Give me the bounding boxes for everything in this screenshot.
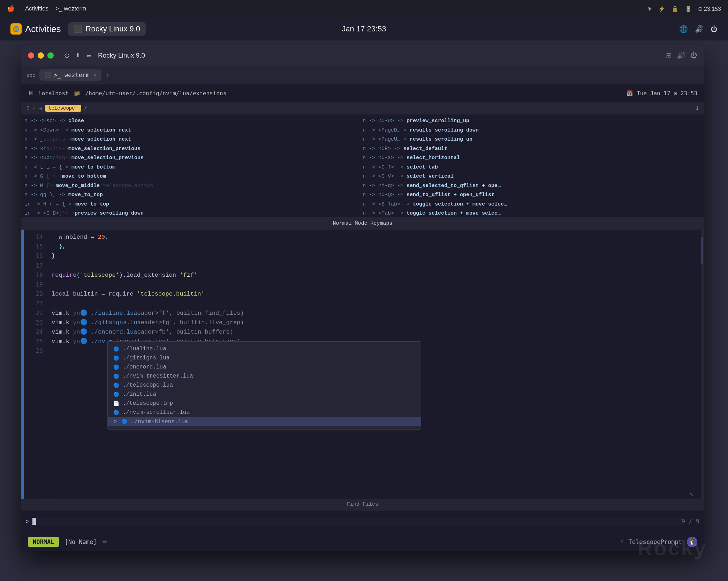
ac-text-telescope-tmp: ./telescope.tmp — [123, 400, 173, 407]
telescope-panel: 5 4 ◀ telescope_ ∕ 1 n -> <Esc> -> close… — [21, 102, 704, 217]
findfiles-input[interactable] — [37, 517, 682, 525]
taskbar-wezterm[interactable]: ⬛ Rocky Linux 9.0 — [68, 22, 146, 36]
lock-icon[interactable]: 🔒 — [672, 6, 678, 12]
ac-lua-icon-4: 🔵 — [113, 373, 119, 379]
tab-wezterm[interactable]: ⬛ >_ wezterm ✕ — [39, 69, 101, 81]
line-num-24: 24 — [36, 327, 43, 337]
code-container[interactable]: w|nblend = 20, }, } require('telescope')… — [48, 230, 701, 499]
status-bar: NORMAL [No Name] ✏ ≡ TelescopePrompt 🐧 — [21, 532, 704, 551]
power-icon[interactable]: ⏻ — [711, 25, 718, 33]
back-icon[interactable]: ⬅ — [86, 52, 91, 59]
window-titlebar: ⏻ ⏸ ⬅ Rocky Linux 9.0 ⊞ 🔊 ⏻ — [21, 45, 704, 66]
keymap-cv: n -> <C-V> -> select_vertical — [363, 173, 701, 181]
keymap-pagedown: n -> <PageD…-> results_scrolling_down — [363, 127, 701, 135]
code-line-15: }, — [52, 242, 697, 251]
maximize-button[interactable] — [47, 52, 54, 59]
system-time: Jan 17 23:53 — [342, 24, 386, 33]
menubar-activities[interactable]: Activities — [25, 5, 48, 12]
ac-lua-icon-5: 🔵 — [113, 382, 119, 388]
system-clock: Jan 17 23:53 — [342, 24, 386, 33]
brightness-icon[interactable]: ☀ — [647, 6, 652, 12]
telescope-badge: 1 — [696, 105, 699, 111]
keymaps-left-column: n -> <Esc> -> close n -> <Down> -> move_… — [24, 117, 363, 217]
tab-terminal-icon: ⬛ — [44, 72, 51, 78]
volume-icon[interactable]: 🔊 — [677, 51, 685, 60]
findfiles-bar[interactable]: > 9 / 9 — [21, 510, 704, 532]
sound-icon[interactable]: 🔊 — [695, 25, 704, 33]
code-line-20: local builtin = require 'telescope.built… — [52, 289, 697, 299]
ac-item-treesitter[interactable]: 🔵 ./nvim-treesitter.lua — [108, 372, 421, 381]
code-line-17 — [52, 261, 697, 270]
code-line-16: } — [52, 251, 697, 261]
traffic-lights — [28, 52, 54, 59]
tab-abc-label: abc — [26, 72, 35, 78]
new-tab-button[interactable]: + — [106, 70, 110, 80]
code-line-18: require('telescope').load_extension 'fzf… — [52, 270, 697, 280]
ac-item-telescope[interactable]: 🔵 ./telescope.lua — [108, 381, 421, 390]
keymap-H: in -> H n = {-> move_to_top — [24, 201, 363, 209]
ac-item-hlsens[interactable]: > 🔵 ./nvim-hlsens.lua — [108, 417, 421, 426]
keymap-G: n -> G ['<->move_to_bottom — [24, 173, 363, 181]
minimize-button[interactable] — [38, 52, 44, 59]
network-icon[interactable]: 🌐 — [679, 25, 688, 33]
telescope-header: 5 4 ◀ telescope_ ∕ 1 — [21, 102, 704, 114]
panel-title: Normal Mode Keymaps — [333, 221, 392, 226]
ac-text-lualine: ./lualine.lua — [123, 346, 166, 352]
line-num-22: 22 — [36, 308, 43, 318]
keymap-CD: in -> <C-D>['<->preview_scrolling_down — [24, 210, 363, 217]
terminal-content[interactable]: 5 4 ◀ telescope_ ∕ 1 n -> <Esc> -> close… — [21, 102, 704, 532]
ac-lua-icon: 🔵 — [113, 346, 119, 352]
pause-icon[interactable]: ⏸ — [75, 52, 81, 59]
activities-icon: 🌀 — [10, 23, 22, 35]
ac-item-init[interactable]: 🔵 ./init.lua — [108, 390, 421, 399]
ac-text-gitsigns: ./gitsigns.lua — [123, 355, 169, 361]
active-line-indicator — [21, 230, 24, 499]
calendar-icon: 📅 — [626, 90, 633, 97]
code-line-23: vim.k yn🔵 ./gitsigns.luaeader>fg', built… — [52, 318, 697, 327]
ac-item-onenord[interactable]: 🔵 ./onenord.lua — [108, 363, 421, 372]
ac-file-icon: 📄 — [113, 401, 119, 407]
ac-item-gitsigns[interactable]: 🔵 ./gitsigns.lua — [108, 353, 421, 363]
right-scrollbar[interactable] — [701, 230, 704, 499]
power-status-icon[interactable]: ⏻ — [690, 51, 697, 60]
ac-item-telescope-tmp[interactable]: 📄 ./telescope.tmp — [108, 399, 421, 408]
code-line-24: vim.k yn🔵 ./onenord.luaeader>fb', builti… — [52, 327, 697, 337]
tab-title: >_ wezterm — [54, 72, 89, 79]
tab-close-icon[interactable]: ✕ — [94, 72, 97, 78]
code-line-19 — [52, 280, 697, 289]
close-button[interactable] — [28, 52, 34, 59]
ac-item-lualine[interactable]: 🔵 ./lualine.lua — [108, 344, 421, 353]
ac-item-scrollbar[interactable]: 🔵 ./nvim-scrollbar.lua — [108, 408, 421, 417]
keymap-cr: n -> <CR> -> select_default — [363, 145, 701, 153]
power-icon[interactable]: ⏻ — [64, 52, 70, 59]
autocomplete-popup: 🔵 ./lualine.lua 🔵 ./gitsigns.lua 🔵 ./one… — [107, 341, 421, 430]
keymap-tab: n -> <Tab> -> toggle_selection + move_se… — [363, 210, 701, 217]
network-status-icon: ⊞ — [666, 51, 672, 60]
keymaps-right-column: n -> <C-U> -> preview_scrolling_up n -> … — [363, 117, 701, 217]
wifi-icon[interactable]: ⚡ — [658, 6, 665, 12]
ac-text-init: ./init.lua — [123, 391, 156, 397]
keymap-pageup: n -> <PageU…-> results_scrolling_up — [363, 136, 701, 144]
findfiles-header: ───────────────── Find Files ───────────… — [21, 499, 704, 510]
ac-lua-icon-3: 🔵 — [113, 364, 119, 370]
rocky-watermark: Rocky — [637, 536, 707, 560]
location-right: 📅 Tue Jan 17 ⊙ 23:53 — [626, 90, 697, 97]
editor-panel-header: ───────────────── Normal Mode Keymaps ──… — [21, 217, 704, 230]
telescope-title: telescope_ — [45, 105, 81, 112]
keymap-j: n -> jscope.s->move_selection_next — [24, 136, 363, 144]
location-clock: ⊙ 23:53 — [674, 90, 697, 97]
keymap-cx: n -> <C-X> -> select_horizontal — [363, 154, 701, 162]
activities-button[interactable]: 🌀 Activities — [10, 23, 61, 35]
ac-lua-icon-8: 🔵 — [122, 419, 128, 425]
line-num-14: 14 — [36, 232, 43, 242]
macos-menubar: 🍎 Activities >_ wezterm ☀ ⚡ 🔒 🔋 ⊙ 23:153 — [0, 0, 728, 17]
code-line-14: w|nblend = 20, — [52, 232, 697, 242]
ac-lua-icon-6: 🔵 — [113, 392, 119, 397]
keymap-up: n -> <Up>ping->move_selection_previous — [24, 154, 363, 162]
line-num-25: 25 — [36, 337, 43, 346]
menubar-wezterm[interactable]: >_ wezterm — [55, 5, 86, 12]
battery-icon[interactable]: 🔋 — [685, 6, 692, 12]
titlebar-right-icons: ⊞ 🔊 ⏻ — [666, 51, 697, 60]
apple-menu[interactable]: 🍎 — [7, 5, 15, 13]
ac-text-telescope: ./telescope.lua — [123, 382, 173, 388]
